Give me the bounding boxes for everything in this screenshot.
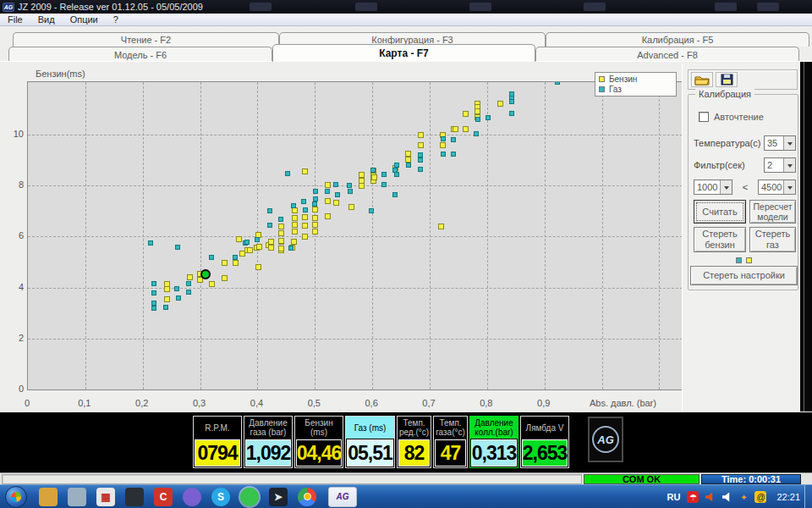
gaz-point <box>486 115 491 120</box>
x-tick-label: 0,1 <box>70 398 99 408</box>
gridline <box>28 185 767 186</box>
menu-file[interactable]: File <box>0 14 30 25</box>
temp-gas-display-label: Темп. газа(°с) <box>434 417 467 439</box>
benzin-point <box>312 222 318 228</box>
autoread-checkbox[interactable] <box>699 112 709 122</box>
benzin-point <box>497 101 503 107</box>
erase-benzin-button[interactable]: Стереть бензин <box>694 227 746 252</box>
gridline <box>28 288 767 289</box>
temp-gas-display-value: 47 <box>435 439 466 467</box>
clock[interactable]: 22:21 <box>776 492 800 502</box>
gaz-point <box>370 168 376 173</box>
gas-pressure-display-value: 1,092 <box>245 439 291 467</box>
show-desktop-button[interactable] <box>804 485 812 508</box>
language-indicator[interactable]: RU <box>667 492 681 502</box>
ag-app-task-button[interactable]: AG <box>328 487 357 507</box>
benzin-point <box>325 213 331 219</box>
viber-icon[interactable] <box>183 488 201 506</box>
volume-alt-icon[interactable] <box>704 491 716 503</box>
titlebar-glare <box>355 3 377 11</box>
chevron-down-icon[interactable] <box>783 158 795 172</box>
save-file-button[interactable] <box>716 72 738 87</box>
browser-icon[interactable]: ➤ <box>269 488 288 506</box>
menu-options[interactable]: Опции <box>63 14 106 25</box>
benzin-point <box>359 183 365 189</box>
skype-icon[interactable]: S <box>211 488 230 506</box>
lambda-display-label: Лямбда V <box>521 417 568 439</box>
gaz-ms-display-label: Газ (ms) <box>346 417 394 439</box>
benzin-point <box>209 281 215 287</box>
gaz-point <box>163 305 168 310</box>
benzin-point <box>302 234 308 240</box>
titlebar-glare <box>469 3 491 11</box>
gaz-point <box>381 182 387 187</box>
system-tray: RU ☂✦@ 22:21 <box>667 485 800 508</box>
y-tick-label: 4 <box>3 282 24 292</box>
editor-icon[interactable]: ▦ <box>96 488 115 506</box>
gaz-point <box>278 217 283 222</box>
chevron-down-icon[interactable] <box>783 180 795 194</box>
legend-item-benzin: Бензин <box>599 75 672 84</box>
benzin-point <box>325 182 331 188</box>
save-floppy-icon <box>721 74 733 86</box>
open-file-button[interactable] <box>691 72 713 87</box>
gaz-point <box>267 223 272 228</box>
ag-logo: AG <box>588 417 623 462</box>
diagnostics-icon[interactable] <box>125 488 144 506</box>
tab-карта-f7[interactable]: Карта - F7 <box>272 44 535 62</box>
gaz-point <box>348 189 353 194</box>
menu-help[interactable]: ? <box>106 14 126 25</box>
lambda-display-value: 2,653 <box>522 439 568 467</box>
volume-icon[interactable] <box>721 491 732 503</box>
benzin-point <box>278 230 284 236</box>
tab-advanced-f8[interactable]: Advanced - F8 <box>535 47 799 62</box>
gaz-point <box>441 136 446 141</box>
benzin-point <box>292 222 298 228</box>
filter-select[interactable]: 2 <box>764 157 796 173</box>
erase-settings-button[interactable]: Стереть настройки <box>690 266 798 285</box>
benzin-point <box>291 239 297 245</box>
gaz-point <box>255 237 260 242</box>
filter-row: Фильтр(сек) 2 <box>694 157 796 173</box>
calculator-icon[interactable] <box>68 488 86 506</box>
y-tick-label: 0 <box>3 384 24 394</box>
scatter-plot[interactable] <box>27 81 768 390</box>
chart-y-axis-label: Бензин(ms) <box>36 69 85 79</box>
erase-gaz-button[interactable]: Стереть газ <box>749 227 796 252</box>
chrome-icon[interactable] <box>298 488 316 506</box>
tab-чтение-f2[interactable]: Чтение - F2 <box>13 32 279 47</box>
tab-калибрация-f5[interactable]: Калибрация - F5 <box>546 32 809 47</box>
avira-icon[interactable]: ☂ <box>687 491 699 503</box>
explorer-icon[interactable] <box>39 488 58 506</box>
update-icon[interactable]: ✦ <box>738 491 749 503</box>
benzin-point <box>233 260 239 266</box>
gaz-point <box>394 163 399 168</box>
calibration-panel: Калибрация Авточтение Температура(с) 35 … <box>682 64 800 411</box>
rpm-low-select[interactable]: 1000 <box>694 179 732 195</box>
tab-модель-f6[interactable]: Модель - F6 <box>8 47 272 62</box>
x-tick-label: 0 <box>13 398 41 408</box>
gaz-marker-icon <box>736 257 742 263</box>
chevron-down-icon[interactable] <box>720 180 732 194</box>
ccleaner-icon[interactable]: C <box>154 488 173 506</box>
temperature-select[interactable]: 35 <box>764 135 796 151</box>
gaz-point <box>151 290 156 295</box>
benzin-point <box>418 132 424 138</box>
app-logo-icon: AG <box>3 3 14 12</box>
temp-gas-display: Темп. газа(°с)47 <box>433 416 468 468</box>
read-button[interactable]: Считать <box>694 200 746 224</box>
x-tick-label: 0,6 <box>357 398 386 408</box>
mail-agent-icon[interactable]: @ <box>754 491 766 503</box>
gaz-point <box>209 255 214 260</box>
title-bar[interactable]: AG JZ 2009 - Release ver 01.12.05 - 05/0… <box>0 0 812 14</box>
gaz-point <box>451 152 456 157</box>
chevron-down-icon[interactable] <box>783 136 795 150</box>
start-button[interactable] <box>5 486 27 508</box>
temp-reducer-display: Темп. ред.(°с)82 <box>397 416 431 468</box>
whatsapp-icon[interactable] <box>240 488 259 506</box>
recalc-model-button[interactable]: Пересчет модели <box>749 200 796 224</box>
x-tick-label: 0,8 <box>472 398 501 408</box>
menu-view[interactable]: Вид <box>30 14 63 25</box>
y-tick-label: 6 <box>3 230 24 240</box>
rpm-high-select[interactable]: 4500 <box>758 179 796 195</box>
